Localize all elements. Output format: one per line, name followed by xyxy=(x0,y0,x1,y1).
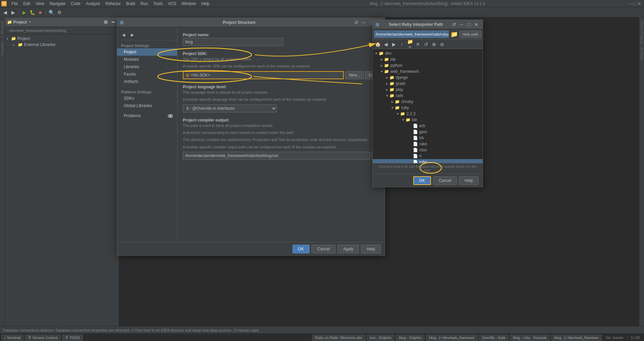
right-tab-maven[interactable]: Maven Projects xyxy=(640,19,644,45)
taskbar-app-5[interactable]: Gemfile - Kate xyxy=(479,335,508,341)
ruby-refresh-btn[interactable]: ↺ xyxy=(422,41,430,48)
toolbar-stop[interactable]: ■ xyxy=(37,9,44,16)
panel-settings-btn[interactable]: ⚙ xyxy=(102,18,109,26)
ruby-ok-btn[interactable]: OK xyxy=(413,176,431,185)
menu-run[interactable]: Run xyxy=(138,1,151,7)
tree-item-project[interactable]: ▾ 📁 Project xyxy=(5,36,119,42)
toolbar-run[interactable]: ▶ xyxy=(20,9,28,16)
dialog-close-btn[interactable]: ↺ xyxy=(353,19,360,26)
ruby-back-btn[interactable]: ◀ xyxy=(382,41,389,48)
nav-item-global-libs[interactable]: Global Libraries xyxy=(117,102,177,109)
ruby-collapse-btn[interactable]: ⊖ xyxy=(438,41,446,48)
ruby-tree-rdoc[interactable]: 📄 rdoc xyxy=(373,147,483,153)
ruby-dialog-close-btn[interactable]: ✕ xyxy=(473,21,480,28)
nav-forward-btn[interactable]: ▶ xyxy=(128,31,136,39)
ruby-tree-grails[interactable]: ▸ 📁 grails xyxy=(373,81,483,87)
ruby-tree-dev[interactable]: ▾ 📁 dev xyxy=(373,50,483,56)
nav-back-btn[interactable]: ◀ xyxy=(120,31,127,39)
toolbar-back[interactable]: ◀ xyxy=(1,9,9,16)
dialog-titlebar[interactable]: ⊞ Project Structure ↺ ─ □ ✕ xyxy=(117,18,385,27)
minimize-btn[interactable]: ─ xyxy=(629,1,632,6)
toolbar-search[interactable]: 🔍 xyxy=(48,9,55,16)
ruby-path-btn[interactable]: 📁 xyxy=(449,31,459,38)
toolbar-debug[interactable]: 🐛 xyxy=(29,9,36,16)
project-name-input[interactable] xyxy=(183,38,283,46)
dialog-apply-btn[interactable]: Apply xyxy=(337,245,359,253)
menu-build[interactable]: Build xyxy=(123,1,138,7)
ruby-cancel-btn[interactable]: Cancel xyxy=(433,176,457,185)
ruby-tree-web-framework[interactable]: ▾ 📁 web_framework xyxy=(373,68,483,75)
ruby-tree-rails[interactable]: ▾ 📁 rails xyxy=(373,93,483,99)
taskbar-app-7[interactable]: blog - [~/dev/web_framewo xyxy=(551,335,601,341)
status-bar[interactable]: Database connections detector: Database … xyxy=(0,326,644,334)
ruby-dialog-refresh-btn[interactable]: ↺ xyxy=(450,21,458,28)
ruby-tree-223[interactable]: ▾ 📁 2.2.3 xyxy=(373,111,483,117)
taskbar-app-3[interactable]: blog - Dolphin xyxy=(396,335,425,341)
left-tab-structure[interactable]: 2: Structure xyxy=(0,19,5,40)
ruby-home-btn[interactable]: 🏠 xyxy=(374,41,381,48)
ruby-dialog-titlebar[interactable]: ⊞ Select Ruby Interpreter Path ↺ ─ □ ✕ xyxy=(373,20,483,29)
toolbar-settings[interactable]: ⚙ xyxy=(56,9,63,16)
sdk-select[interactable]: ⊕ <No SDK> xyxy=(183,71,344,79)
ruby-dialog-maximize-btn[interactable]: □ xyxy=(465,21,473,28)
lang-level-select[interactable]: 6 - @Override in interfaces xyxy=(183,104,277,112)
dialog-cancel-btn[interactable]: Cancel xyxy=(312,245,335,253)
ruby-tree-chruby[interactable]: ▸ 📁 chruby xyxy=(373,99,483,105)
nav-item-modules[interactable]: Modules xyxy=(117,56,177,63)
ruby-tree-ri[interactable]: 📄 ri xyxy=(373,153,483,159)
dialog-ok-btn[interactable]: OK xyxy=(292,245,310,253)
ruby-tree-gem[interactable]: 📄 gem xyxy=(373,129,483,135)
taskbar-todo[interactable]: ⑥ TODO xyxy=(62,335,83,341)
sdk-new-btn[interactable]: New... xyxy=(345,71,364,79)
dialog-minimize-btn[interactable]: ─ xyxy=(360,19,367,26)
panel-minimize-btn[interactable]: ━ xyxy=(109,18,117,26)
maximize-btn[interactable]: □ xyxy=(633,1,636,6)
nav-item-artifacts[interactable]: Artifacts xyxy=(117,78,177,85)
ruby-forward-btn[interactable]: ▶ xyxy=(390,41,397,48)
menu-tools[interactable]: Tools xyxy=(151,1,165,7)
ruby-help-btn[interactable]: Help xyxy=(459,176,479,185)
taskbar-app-6[interactable]: blog : ruby - Konsole xyxy=(510,335,550,341)
right-tab-artbuild[interactable]: Art Build xyxy=(640,46,644,61)
ruby-expand-btn[interactable]: ⊕ xyxy=(430,41,438,48)
close-btn[interactable]: ✕ xyxy=(637,1,641,6)
ruby-tree-irb[interactable]: 📄 irb xyxy=(373,135,483,141)
menu-edit[interactable]: Edit xyxy=(20,1,33,7)
tree-item-external-libs[interactable]: ▸ 📁 External Libraries xyxy=(5,42,119,48)
ruby-tree-ide[interactable]: ▸ 📁 ide xyxy=(373,56,483,62)
menu-help[interactable]: Help xyxy=(199,1,212,7)
nav-item-libraries[interactable]: Libraries xyxy=(117,63,177,70)
menu-window[interactable]: Window xyxy=(179,1,199,7)
ruby-tree-erb[interactable]: 📄 erb xyxy=(373,123,483,129)
ruby-dialog-minimize-btn[interactable]: ─ xyxy=(458,21,465,28)
toolbar-forward[interactable]: ▶ xyxy=(9,9,17,16)
nav-item-facets[interactable]: Facets xyxy=(117,70,177,78)
menu-vcs[interactable]: VCS xyxy=(165,1,179,7)
taskbar-vcs[interactable]: ⑨ Version Control xyxy=(25,335,60,341)
ruby-tree-play[interactable]: ▸ 📁 play xyxy=(373,87,483,93)
nav-item-project[interactable]: Project xyxy=(117,48,177,56)
menu-refactor[interactable]: Refactor xyxy=(103,1,123,7)
ruby-tree-ruby[interactable]: ▾ 📁 ruby xyxy=(373,105,483,111)
ruby-up-btn[interactable]: ↑ xyxy=(398,41,406,48)
compiler-path-input[interactable] xyxy=(183,152,370,160)
menu-code[interactable]: Code xyxy=(68,1,83,7)
ruby-tree-rake[interactable]: 📄 rake xyxy=(373,141,483,147)
menu-view[interactable]: View xyxy=(33,1,47,7)
ruby-tree-django[interactable]: ▸ 📁 django xyxy=(373,75,483,81)
menu-file[interactable]: File xyxy=(9,1,20,7)
hide-path-btn[interactable]: Hide path xyxy=(460,31,481,38)
ruby-tree-ruby-file[interactable]: 📄 ruby xyxy=(373,159,483,163)
nav-item-problems[interactable]: Problems 1 xyxy=(117,112,177,119)
ruby-tree-bin[interactable]: ▾ 📁 bin xyxy=(373,117,483,123)
taskbar-app-4[interactable]: blog - [~/dev/web_framewor xyxy=(426,335,478,341)
ruby-delete-btn[interactable]: ✕ xyxy=(414,41,422,48)
left-tab-favorites[interactable]: Favorites xyxy=(0,40,5,57)
taskbar-app-2[interactable]: env - Dolphin xyxy=(367,335,394,341)
menu-navigate[interactable]: Navigate xyxy=(47,1,68,7)
nav-item-sdks[interactable]: SDKs xyxy=(117,95,177,102)
menu-analyze[interactable]: Analyze xyxy=(83,1,103,7)
dialog-help-btn[interactable]: Help xyxy=(361,245,381,253)
taskbar-app-1[interactable]: Ruby on Rails: Welcome abc xyxy=(312,335,365,341)
taskbar-terminal[interactable]: ▪ Terminal xyxy=(1,335,23,341)
